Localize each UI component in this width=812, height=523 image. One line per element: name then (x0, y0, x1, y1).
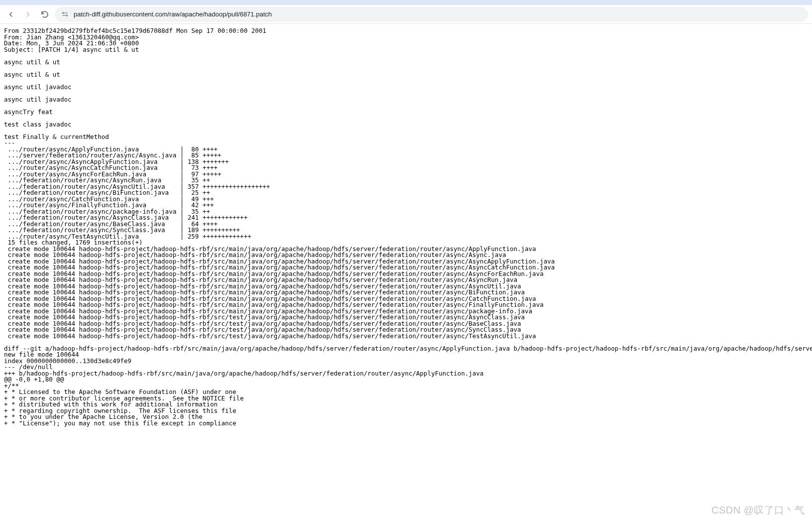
browser-toolbar: patch-diff.githubusercontent.com/raw/apa… (0, 5, 812, 24)
patch-header: From 23312bf2429bd279fbfef4bc5c15e179d67… (4, 27, 266, 53)
back-button[interactable] (4, 7, 18, 21)
patch-body: async util & ut async util & ut async ut… (4, 58, 109, 140)
patch-content: From 23312bf2429bd279fbfef4bc5c15e179d67… (0, 24, 812, 430)
url-text: patch-diff.githubusercontent.com/raw/apa… (74, 10, 272, 18)
site-settings-icon[interactable] (61, 10, 69, 18)
patch-created: create mode 100644 hadoop-hdfs-project/h… (4, 245, 555, 340)
svg-point-0 (62, 12, 64, 14)
patch-diffstat: .../router/async/ApplyFunction.java | 80… (4, 145, 270, 247)
patch-diff: diff --git a/hadoop-hdfs-project/hadoop-… (4, 345, 812, 427)
watermark: CSDN @叹了口丶气 (711, 504, 805, 517)
svg-point-2 (66, 15, 68, 16)
reload-button[interactable] (38, 7, 52, 21)
address-bar[interactable]: patch-diff.githubusercontent.com/raw/apa… (55, 7, 808, 22)
forward-button[interactable] (21, 7, 35, 21)
browser-tab-strip (0, 0, 812, 5)
